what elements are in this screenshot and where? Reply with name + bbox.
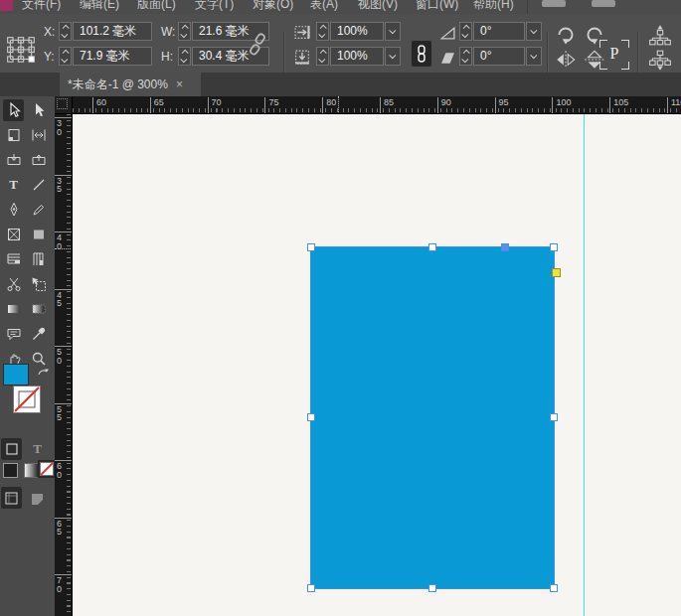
menu-object[interactable]: 对象(O): [253, 0, 293, 13]
h-stepper[interactable]: [178, 47, 191, 66]
scale-y-dropdown[interactable]: [385, 47, 401, 66]
w-stepper[interactable]: [178, 22, 191, 41]
document-tab[interactable]: *未命名-1 @ 300% ×: [60, 73, 201, 96]
link-scales-button[interactable]: [412, 41, 431, 67]
line-tool[interactable]: [28, 174, 49, 196]
apply-gradient-button[interactable]: [24, 463, 39, 478]
tab-close-icon[interactable]: ×: [176, 78, 183, 90]
ruler-guide[interactable]: [584, 114, 585, 616]
reference-point-proxy[interactable]: [6, 35, 36, 67]
menu-table[interactable]: 表(A): [310, 0, 338, 13]
step-down-icon[interactable]: [318, 56, 325, 63]
select-next-object-button[interactable]: [648, 50, 672, 72]
selection-handle[interactable]: [550, 243, 558, 251]
menu-window[interactable]: 窗口(W): [416, 0, 458, 13]
type-tool[interactable]: T: [3, 174, 24, 196]
pencil-tool[interactable]: [28, 199, 49, 221]
gradient-feather-tool[interactable]: [28, 298, 49, 320]
scale-y-stepper[interactable]: [316, 47, 329, 66]
page-tool[interactable]: [3, 124, 24, 146]
ruler-label: 60: [92, 97, 106, 113]
shear-stepper[interactable]: [459, 47, 472, 66]
step-down-icon[interactable]: [461, 31, 468, 38]
menu-edit[interactable]: 编辑(E): [80, 0, 119, 13]
step-down-icon[interactable]: [318, 31, 325, 38]
rotation-stepper[interactable]: [459, 22, 472, 41]
gradient-swatch-tool[interactable]: [3, 298, 24, 320]
type-tool-icon: T: [9, 177, 18, 193]
content-placer-tool[interactable]: [28, 149, 49, 171]
step-down-icon[interactable]: [180, 56, 187, 63]
menu-file[interactable]: 文件(F): [22, 0, 61, 13]
apply-none-button[interactable]: [38, 460, 56, 478]
apply-color-button[interactable]: [3, 463, 18, 478]
selection-handle[interactable]: [307, 413, 315, 421]
scale-y-input[interactable]: 100%: [330, 47, 384, 66]
swap-fill-stroke-icon[interactable]: [36, 366, 50, 380]
normal-view-mode-button[interactable]: [1, 487, 22, 509]
scale-x-stepper[interactable]: [316, 22, 329, 41]
select-previous-object-button[interactable]: [648, 24, 672, 46]
menu-help[interactable]: 帮助(H): [473, 0, 514, 13]
scale-x-dropdown[interactable]: [385, 22, 401, 41]
step-down-icon[interactable]: [61, 56, 68, 63]
selection-handle[interactable]: [428, 584, 436, 592]
vertical-ruler[interactable]: 3 03 54 04 55 05 56 06 57 0: [55, 114, 73, 616]
selection-handle[interactable]: [550, 584, 558, 592]
step-down-icon[interactable]: [61, 31, 68, 38]
line-icon: [31, 177, 47, 193]
selection-handle[interactable]: [428, 243, 436, 251]
stroke-none-swatch[interactable]: [13, 385, 41, 413]
vertical-grid-tool[interactable]: [28, 248, 49, 270]
y-input[interactable]: 71.9 毫米: [73, 47, 152, 66]
direct-selection-tool[interactable]: [28, 99, 49, 121]
menu-layout[interactable]: 版面(L): [137, 0, 176, 13]
selection-handle[interactable]: [550, 413, 558, 421]
ruler-label: 80: [322, 97, 336, 113]
content-collector-tool[interactable]: [3, 149, 24, 171]
constrain-dimensions-broken-link-icon[interactable]: [247, 32, 268, 58]
eyedropper-tool[interactable]: [28, 323, 49, 345]
formatting-affects-container-button[interactable]: [1, 438, 22, 460]
menubar-control-fragment[interactable]: [542, 0, 566, 7]
step-down-icon[interactable]: [180, 31, 187, 38]
menu-view[interactable]: 视图(V): [358, 0, 398, 13]
selected-rectangle-frame[interactable]: [311, 247, 554, 588]
selection-tool[interactable]: [3, 99, 24, 121]
pen-tool[interactable]: [3, 199, 24, 221]
formatting-affects-text-button[interactable]: T: [27, 438, 48, 460]
menubar-control-fragment[interactable]: [592, 0, 615, 7]
fill-color-swatch[interactable]: [3, 364, 29, 385]
rotate-90-cw-button[interactable]: [554, 24, 578, 46]
selection-handle[interactable]: [307, 243, 315, 251]
proxy-letter: P: [599, 45, 629, 63]
live-corner-widget[interactable]: [552, 268, 561, 277]
note-tool[interactable]: [3, 323, 24, 345]
free-transform-tool[interactable]: [28, 273, 49, 295]
document-canvas[interactable]: [73, 114, 681, 616]
x-input[interactable]: 101.2 毫米: [73, 22, 152, 41]
content-placer-icon: [31, 152, 47, 168]
active-selection-handle[interactable]: [501, 243, 509, 251]
x-stepper[interactable]: [59, 22, 72, 41]
gap-tool[interactable]: [28, 124, 49, 146]
scale-x-input[interactable]: 100%: [330, 22, 384, 41]
y-stepper[interactable]: [59, 47, 72, 66]
gap-arrows-icon: [31, 127, 47, 143]
ruler-origin-box[interactable]: [55, 96, 73, 114]
horizontal-grid-tool[interactable]: [3, 248, 24, 270]
horizontal-ruler[interactable]: 6065707580859095100105110: [73, 96, 681, 114]
scissors-tool[interactable]: [3, 273, 24, 295]
shear-input[interactable]: 0°: [473, 47, 525, 66]
preview-mode-button[interactable]: [27, 488, 48, 510]
rotation-dropdown[interactable]: [526, 22, 542, 41]
flip-horizontal-button[interactable]: [554, 50, 578, 70]
step-down-icon[interactable]: [461, 56, 468, 63]
selection-handle[interactable]: [307, 584, 315, 592]
rotation-input[interactable]: 0°: [473, 22, 525, 41]
menu-type[interactable]: 文字(T): [195, 0, 234, 13]
none-slash-icon: [14, 386, 40, 412]
shear-dropdown[interactable]: [526, 47, 542, 66]
frame-tool[interactable]: [3, 224, 24, 245]
rectangle-tool[interactable]: [28, 224, 49, 245]
